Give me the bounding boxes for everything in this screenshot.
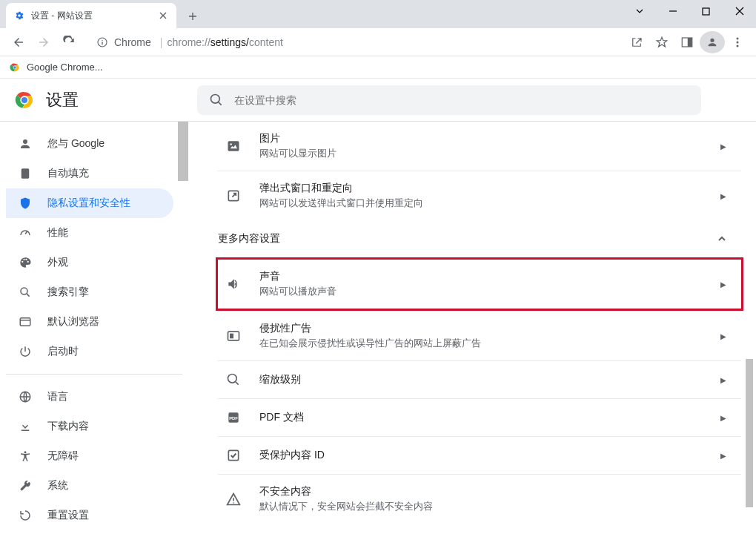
globe-icon	[18, 389, 33, 404]
profile-button[interactable]	[700, 31, 725, 53]
sidebar-item-reset[interactable]: 重置设置	[6, 501, 173, 530]
restore-icon	[18, 508, 33, 523]
sidebar-item-autofill[interactable]: 自动填充	[6, 159, 173, 188]
svg-point-30	[233, 502, 234, 504]
zoom-icon	[225, 372, 242, 388]
url-host: chrome://	[167, 36, 210, 48]
sidebar-item-accessibility[interactable]: 无障碍	[6, 441, 173, 471]
row-ads[interactable]: 侵扰性广告在已知会展示侵扰性或误导性广告的网站上屏蔽广告 ▶	[218, 312, 741, 360]
share-icon[interactable]	[624, 31, 649, 53]
popup-icon	[225, 188, 242, 204]
sidebar-item-default-browser[interactable]: 默认浏览器	[6, 307, 173, 337]
chevron-right-icon: ▶	[720, 414, 726, 422]
svg-rect-3	[102, 42, 102, 44]
search-icon	[18, 285, 33, 300]
ads-icon	[225, 328, 242, 344]
svg-point-19	[24, 451, 27, 453]
shield-icon	[18, 196, 33, 211]
search-input[interactable]	[234, 94, 689, 106]
clipboard-icon	[18, 166, 33, 181]
svg-point-6	[737, 37, 739, 39]
speedometer-icon	[18, 225, 33, 240]
sidebar-item-search-engine[interactable]: 搜索引擎	[6, 277, 173, 307]
svg-point-15	[211, 94, 220, 103]
warning-icon	[225, 491, 242, 507]
row-popups[interactable]: 弹出式窗口和重定向网站可以发送弹出式窗口并使用重定向 ▶	[218, 171, 741, 220]
row-images[interactable]: 图片网站可以显示图片 ▶	[218, 122, 741, 171]
row-sound[interactable]: 声音网站可以播放声音 ▶	[218, 260, 741, 309]
section-more-content[interactable]: 更多内容设置	[218, 220, 741, 257]
sidebar-item-appearance[interactable]: 外观	[6, 248, 173, 277]
close-button[interactable]	[723, 0, 756, 22]
chevron-right-icon: ▶	[720, 376, 726, 384]
chrome-icon	[9, 62, 21, 73]
side-panel-icon[interactable]	[674, 31, 700, 53]
maximize-button[interactable]	[689, 0, 723, 22]
svg-rect-0	[703, 8, 709, 15]
menu-icon[interactable]	[725, 31, 750, 53]
content-scrollbar[interactable]	[746, 359, 753, 507]
svg-point-7	[737, 41, 739, 43]
settings-sidebar: 您与 Google 自动填充 隐私设置和安全性 性能 外观 搜索引擎 默认浏览器…	[0, 122, 188, 534]
power-icon	[18, 344, 33, 359]
svg-point-25	[228, 375, 237, 383]
address-bar[interactable]: Chrome | chrome://settings/content	[87, 31, 618, 53]
browser-tab[interactable]: 设置 - 网站设置	[6, 3, 176, 28]
back-button[interactable]	[6, 31, 31, 53]
url-scheme-label: Chrome	[114, 36, 151, 48]
chevron-up-icon	[717, 234, 726, 243]
svg-rect-20	[228, 141, 239, 151]
sidebar-item-you-and-google[interactable]: 您与 Google	[6, 129, 173, 159]
forward-button[interactable]	[31, 31, 56, 53]
new-tab-button[interactable]	[182, 6, 203, 27]
search-icon	[209, 93, 224, 108]
settings-search[interactable]	[197, 85, 701, 115]
bookmark-item[interactable]: Google Chrome...	[27, 62, 103, 73]
sidebar-item-system[interactable]: 系统	[6, 471, 173, 501]
url-path2: content	[249, 36, 283, 48]
svg-point-8	[737, 44, 739, 47]
chrome-logo-icon	[15, 90, 34, 110]
sidebar-scrollbar[interactable]	[178, 122, 188, 181]
row-protected-content[interactable]: 受保护内容 ID ▶	[218, 437, 741, 474]
browser-toolbar: Chrome | chrome://settings/content	[0, 28, 756, 56]
chevron-right-icon: ▶	[720, 452, 726, 460]
svg-rect-24	[230, 334, 233, 339]
tab-title: 设置 - 网站设置	[31, 10, 93, 22]
svg-point-21	[230, 143, 232, 145]
chevron-right-icon: ▶	[720, 142, 726, 151]
site-info-icon	[96, 36, 108, 48]
download-icon	[18, 419, 33, 434]
wrench-icon	[18, 478, 33, 493]
window-titlebar: 设置 - 网站设置	[0, 0, 756, 28]
dropdown-icon[interactable]	[623, 0, 656, 22]
row-pdf[interactable]: PDF PDF 文档 ▶	[218, 399, 741, 436]
chevron-right-icon: ▶	[720, 280, 726, 289]
svg-rect-5	[688, 38, 692, 47]
svg-rect-17	[20, 318, 30, 326]
window-controls	[623, 0, 756, 22]
person-icon	[18, 136, 33, 151]
sidebar-item-on-startup[interactable]: 启动时	[6, 337, 173, 366]
minimize-button[interactable]	[656, 0, 689, 22]
page-title: 设置	[46, 89, 79, 111]
bookmark-icon[interactable]	[649, 31, 674, 53]
sidebar-item-privacy-security[interactable]: 隐私设置和安全性	[6, 188, 173, 218]
svg-text:PDF: PDF	[229, 416, 238, 421]
row-insecure-content[interactable]: 不安全内容默认情况下，安全网站会拦截不安全内容	[218, 475, 741, 524]
chevron-right-icon: ▶	[720, 192, 726, 200]
close-icon[interactable]	[157, 10, 169, 22]
sidebar-item-performance[interactable]: 性能	[6, 218, 173, 248]
bookmarks-bar: Google Chrome...	[0, 56, 756, 79]
sidebar-item-languages[interactable]: 语言	[6, 382, 173, 412]
image-icon	[225, 138, 242, 154]
reload-button[interactable]	[56, 31, 82, 53]
svg-rect-29	[233, 498, 234, 501]
url-path1: settings/	[210, 36, 249, 48]
sidebar-item-downloads[interactable]: 下载内容	[6, 412, 173, 441]
palette-icon	[18, 255, 33, 270]
svg-point-16	[21, 288, 27, 294]
row-zoom[interactable]: 缩放级别 ▶	[218, 361, 741, 398]
settings-header: 设置	[0, 79, 756, 122]
browser-icon	[18, 314, 33, 329]
